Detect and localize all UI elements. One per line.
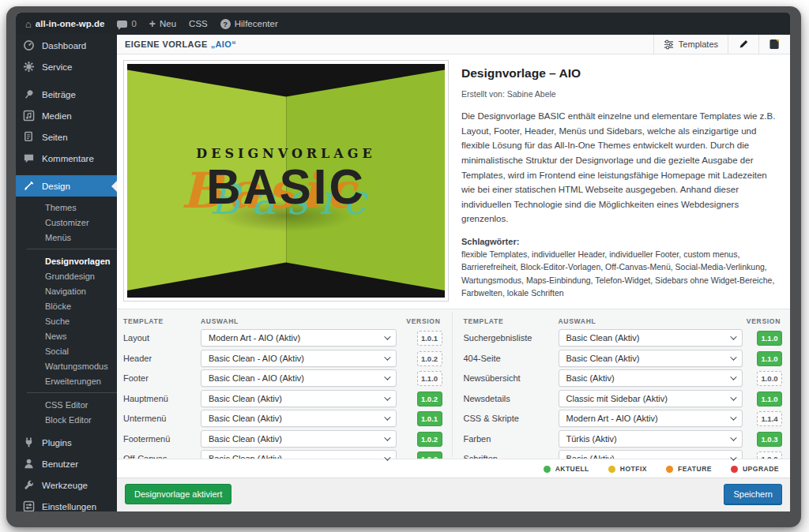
sidebar-item-kommentare[interactable]: Kommentare xyxy=(16,148,117,169)
table-row: Layout Modern Art - AIO (Aktiv) 1.0.1 xyxy=(123,329,442,347)
col-auswahl: AUSWAHL xyxy=(201,317,397,325)
sidebar-item-dashboard[interactable]: Dashboard xyxy=(16,35,117,56)
version-badge: 1.1.0 xyxy=(417,371,442,386)
sidebar-subitem[interactable]: Customizer xyxy=(16,215,117,230)
sidebar-subitem-label: Block Editor xyxy=(45,415,92,425)
template-select[interactable]: Basic Clean (Aktiv) xyxy=(559,329,743,347)
sidebar-item-label: Beiträge xyxy=(42,90,76,99)
sidebar-subitem[interactable]: Social xyxy=(16,343,117,358)
template-select[interactable]: Türkis (Aktiv) xyxy=(559,430,743,448)
sidebar-subitem-label: Erweiterungen xyxy=(45,377,101,386)
sidebar-item-medien[interactable]: Medien xyxy=(16,105,117,126)
sidebar-subitem[interactable]: News xyxy=(16,328,117,343)
sidebar-subitem[interactable]: Designvorlagen xyxy=(16,253,117,268)
legend-item: UPGRADE xyxy=(731,465,779,473)
sidebar-subitem-label: Wartungsmodus xyxy=(45,362,108,371)
col-auswahl: AUSWAHL xyxy=(559,317,743,325)
plug-icon xyxy=(23,436,35,448)
page-title-text: EIGENE VORLAGE xyxy=(125,39,208,49)
page-title-accent: „AIO“ xyxy=(211,39,237,49)
template-name: Hauptmenü xyxy=(123,394,201,403)
template-name: 404-Seite xyxy=(464,354,559,363)
sidebar-subitem[interactable]: Suche xyxy=(16,313,117,328)
sidebar-item-service[interactable]: Service xyxy=(16,56,117,77)
css-label: CSS xyxy=(189,19,208,28)
sidebar-item-beitraege[interactable]: Beiträge xyxy=(16,84,117,105)
sidebar-item-label: Seiten xyxy=(42,133,68,142)
table-row: Newsdetails Classic mit Sidebar (Aktiv) … xyxy=(464,390,783,407)
template-name: Header xyxy=(123,354,201,363)
template-select[interactable]: Modern Art - AIO (Aktiv) xyxy=(559,410,743,427)
sidebar-subitem-label: Themes xyxy=(45,203,77,212)
legend-label: HOTFIX xyxy=(620,465,647,473)
admin-bar-comments[interactable]: 0 xyxy=(117,19,136,28)
notes-button[interactable] xyxy=(758,35,790,54)
chevron-down-icon xyxy=(730,434,736,440)
design-preview-image: Basic Basic DESIGNVORLAGE BASIC xyxy=(123,60,449,302)
sidebar-item-werkzeuge[interactable]: Werkzeuge xyxy=(16,474,117,496)
template-select[interactable]: Basic Clean - AIO (Aktiv) xyxy=(201,350,397,367)
content-area: EIGENE VORLAGE „AIO“ Templates xyxy=(117,35,790,511)
selected-option: Modern Art - AIO (Aktiv) xyxy=(209,333,300,343)
template-select[interactable]: Basic Clean (Aktiv) xyxy=(201,410,397,427)
admin-bar-help[interactable]: ? Hilfecenter xyxy=(220,19,278,29)
sidebar-subitem[interactable]: CSS Editor xyxy=(16,397,117,412)
page-header: EIGENE VORLAGE „AIO“ Templates xyxy=(117,35,790,54)
footer-bar: Designvorlage aktiviert Speichern xyxy=(117,478,790,511)
sidebar-item-benutzer[interactable]: Benutzer xyxy=(16,453,117,474)
template-select[interactable]: Basic Clean (Aktiv) xyxy=(201,390,397,407)
sidebar-subitem[interactable]: Blöcke xyxy=(16,298,117,313)
version-badge: 1.0.1 xyxy=(417,331,442,346)
sidebar-subitem[interactable]: Menüs xyxy=(16,230,117,245)
notebook-icon xyxy=(769,39,781,50)
template-description: Die Designvorlage BASIC enthält einzelne… xyxy=(461,109,776,227)
sidebar-subitem[interactable]: Wartungsmodus xyxy=(16,358,117,373)
sidebar-item-design[interactable]: Design xyxy=(16,175,117,197)
sidebar-subitem[interactable]: Themes xyxy=(16,200,117,215)
sidebar-subitem[interactable]: Erweiterungen xyxy=(16,373,117,388)
template-select[interactable]: Basic Clean (Aktiv) xyxy=(559,350,743,367)
status-dot xyxy=(544,466,551,473)
templates-button[interactable]: Templates xyxy=(653,35,728,54)
sidebar-item-einstellungen[interactable]: Einstellungen xyxy=(16,496,117,511)
save-button[interactable]: Speichern xyxy=(724,484,782,504)
template-select[interactable]: Basic Clean (Aktiv) xyxy=(201,430,397,448)
sidebar-subitem[interactable]: Grunddesign xyxy=(16,268,117,283)
template-select[interactable]: Modern Art - AIO (Aktiv) xyxy=(201,329,397,347)
col-template: TEMPLATE xyxy=(123,317,201,325)
admin-bar-css[interactable]: CSS xyxy=(189,19,208,28)
version-badge: 1.1.0 xyxy=(757,351,782,366)
template-select[interactable]: Classic mit Sidebar (Aktiv) xyxy=(559,390,743,407)
version-badge: 1.0.2 xyxy=(417,392,442,406)
chevron-down-icon xyxy=(730,354,736,360)
edit-button[interactable] xyxy=(728,35,758,54)
legend-item: AKTUELL xyxy=(544,465,589,473)
version-badge: 1.0.2 xyxy=(417,351,442,366)
keywords-list: flexible Templates, individueller Header… xyxy=(461,248,776,299)
admin-bar-new[interactable]: + Neu xyxy=(149,18,176,29)
sidebar-subitem-label: Grunddesign xyxy=(45,272,95,281)
sidebar-item-seiten[interactable]: Seiten xyxy=(16,126,117,148)
chevron-down-icon xyxy=(730,394,736,400)
activated-status-button[interactable]: Designvorlage aktiviert xyxy=(125,484,231,504)
sidebar-item-plugins[interactable]: Plugins xyxy=(16,432,117,453)
new-label: Neu xyxy=(160,19,176,28)
table-row: Untermenü Basic Clean (Aktiv) 1.0.1 xyxy=(123,410,442,427)
admin-bar-site[interactable]: ⌂ all-in-one-wp.de xyxy=(25,19,104,29)
template-select[interactable]: Basic (Aktiv) xyxy=(559,369,743,387)
version-badge: 1.0.1 xyxy=(417,411,442,426)
table-header: TEMPLATE AUSWAHL VERSION xyxy=(123,313,442,329)
selected-option: Basic Clean (Aktiv) xyxy=(209,394,282,403)
sliders-icon xyxy=(23,500,35,511)
selected-option: Basic Clean - AIO (Aktiv) xyxy=(209,373,304,383)
sidebar-subitem[interactable]: Navigation xyxy=(16,283,117,298)
table-header: TEMPLATE AUSWAHL VERSION xyxy=(464,313,783,329)
design-submenu: ThemesCustomizerMenüs DesignvorlagenGrun… xyxy=(16,197,117,432)
chevron-down-icon xyxy=(730,373,736,380)
selected-option: Basic Clean (Aktiv) xyxy=(209,434,282,444)
sidebar-subitem[interactable]: Block Editor xyxy=(16,412,117,427)
sidebar-subitem-label: Customizer xyxy=(45,218,89,227)
template-details: Designvorlage – AIO Erstellt von: Sabine… xyxy=(461,60,781,302)
user-icon xyxy=(23,458,35,470)
template-select[interactable]: Basic Clean - AIO (Aktiv) xyxy=(201,369,397,387)
